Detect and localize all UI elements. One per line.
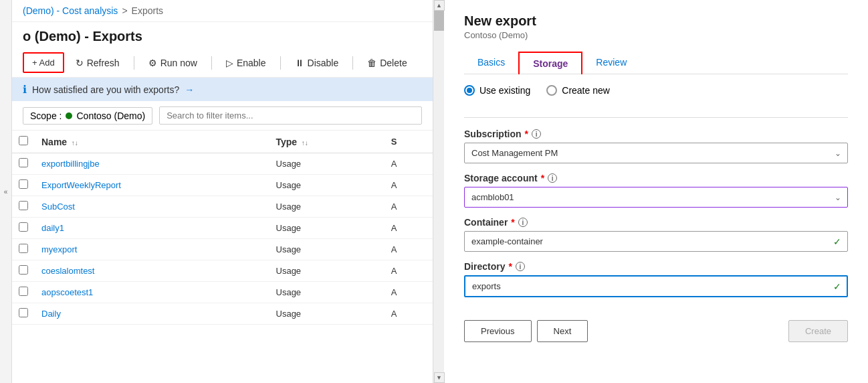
row-status: A <box>385 282 433 303</box>
tabs: Basics Storage Review <box>464 51 848 74</box>
pause-icon: ⏸ <box>295 58 304 68</box>
tab-basics[interactable]: Basics <box>464 51 518 74</box>
table-row: SubCost Usage A <box>12 196 433 218</box>
row-checkbox-cell[interactable] <box>12 218 35 239</box>
row-name[interactable]: Daily <box>35 303 269 325</box>
add-button[interactable]: + Add <box>23 52 64 73</box>
exports-table: Name ↑↓ Type ↑↓ S exportbillingjbe Usage <box>12 131 433 325</box>
delete-label: Delete <box>380 58 407 68</box>
row-name[interactable]: coeslalomtest <box>35 260 269 282</box>
row-checkbox-cell[interactable] <box>12 282 35 303</box>
row-checkbox[interactable] <box>19 222 28 232</box>
container-check-icon: ✓ <box>833 236 841 247</box>
create-button[interactable]: Create <box>788 320 848 342</box>
scroll-up-button[interactable]: ▲ <box>434 0 445 11</box>
sidebar-collapse-button[interactable]: « <box>0 0 12 383</box>
use-existing-radio[interactable] <box>464 85 475 96</box>
panel-title: New export <box>464 13 848 29</box>
row-checkbox[interactable] <box>19 287 28 296</box>
scroll-down-button[interactable]: ▼ <box>434 372 445 383</box>
row-checkbox[interactable] <box>19 179 28 189</box>
row-type: Usage <box>269 196 385 218</box>
select-all-header[interactable] <box>12 131 35 153</box>
container-label: Container * i <box>464 217 848 228</box>
status-column-header: S <box>385 131 433 153</box>
row-status: A <box>385 260 433 282</box>
delete-button[interactable]: 🗑 Delete <box>358 53 415 73</box>
subscription-select[interactable]: Cost Management PM <box>464 143 848 163</box>
row-type: Usage <box>269 282 385 303</box>
run-now-button[interactable]: ⚙ Run now <box>140 53 206 73</box>
row-status: A <box>385 303 433 325</box>
storage-account-select[interactable]: acmblob01 <box>464 187 848 208</box>
gear-icon: ⚙ <box>148 58 157 68</box>
search-input[interactable] <box>159 106 422 125</box>
previous-button[interactable]: Previous <box>464 320 532 342</box>
create-new-radio[interactable] <box>546 85 557 96</box>
tab-storage[interactable]: Storage <box>518 52 582 74</box>
run-now-label: Run now <box>160 58 197 68</box>
storage-account-info-icon[interactable]: i <box>548 173 557 183</box>
row-checkbox-cell[interactable] <box>12 153 35 175</box>
row-checkbox-cell[interactable] <box>12 196 35 218</box>
select-all-checkbox[interactable] <box>19 136 28 145</box>
row-name[interactable]: SubCost <box>35 196 269 218</box>
row-status: A <box>385 175 433 196</box>
name-column-header[interactable]: Name ↑↓ <box>35 131 269 153</box>
refresh-button[interactable]: ↻ Refresh <box>67 53 128 73</box>
row-name[interactable]: aopscoetest1 <box>35 282 269 303</box>
container-required-marker: * <box>511 217 514 228</box>
info-banner: ℹ How satisfied are you with exports? → <box>12 78 433 101</box>
disable-button[interactable]: ⏸ Disable <box>286 53 348 73</box>
use-existing-option[interactable]: Use existing <box>464 85 530 96</box>
refresh-label: Refresh <box>87 58 120 68</box>
directory-info-icon[interactable]: i <box>516 262 525 271</box>
enable-button[interactable]: ▷ Enable <box>217 53 275 73</box>
type-column-label: Type <box>276 137 298 147</box>
row-name[interactable]: myexport <box>35 239 269 260</box>
create-new-option[interactable]: Create new <box>546 85 610 96</box>
table-row: myexport Usage A <box>12 239 433 260</box>
next-button[interactable]: Next <box>537 320 588 342</box>
table-body: exportbillingjbe Usage A ExportWeeklyRep… <box>12 153 433 325</box>
scroll-thumb[interactable] <box>434 11 444 31</box>
name-sort-icon: ↑↓ <box>72 139 78 147</box>
row-type: Usage <box>269 175 385 196</box>
subscription-required-marker: * <box>525 129 528 139</box>
scroll-bar[interactable]: ▲ ▼ <box>433 0 444 383</box>
tab-review[interactable]: Review <box>582 51 640 74</box>
row-name[interactable]: ExportWeeklyReport <box>35 175 269 196</box>
row-checkbox[interactable] <box>19 244 28 253</box>
container-input-wrapper: ✓ <box>464 231 848 252</box>
subscription-label: Subscription * i <box>464 129 848 139</box>
row-checkbox[interactable] <box>19 308 28 317</box>
row-name[interactable]: daily1 <box>35 218 269 239</box>
enable-label: Enable <box>237 58 266 68</box>
row-checkbox[interactable] <box>19 265 28 275</box>
row-checkbox-cell[interactable] <box>12 260 35 282</box>
row-type: Usage <box>269 260 385 282</box>
row-checkbox[interactable] <box>19 158 28 167</box>
row-checkbox-cell[interactable] <box>12 239 35 260</box>
container-info-icon[interactable]: i <box>518 218 528 227</box>
form-divider <box>464 117 848 118</box>
row-checkbox-cell[interactable] <box>12 175 35 196</box>
storage-options: Use existing Create new <box>464 85 848 96</box>
row-checkbox[interactable] <box>19 201 28 210</box>
info-banner-text: How satisfied are you with exports? <box>32 84 179 95</box>
row-status: A <box>385 196 433 218</box>
disable-label: Disable <box>308 58 339 68</box>
container-input[interactable] <box>464 231 848 252</box>
page-title: o (Demo) - Exports <box>12 22 433 48</box>
scroll-track[interactable] <box>434 11 444 372</box>
scope-selector[interactable]: Scope : Contoso (Demo) <box>23 107 152 125</box>
container-section: Container * i ✓ <box>464 217 848 252</box>
breadcrumb-link-cost-analysis[interactable]: (Demo) - Cost analysis <box>23 5 118 16</box>
type-column-header[interactable]: Type ↑↓ <box>269 131 385 153</box>
row-checkbox-cell[interactable] <box>12 303 35 325</box>
table-row: exportbillingjbe Usage A <box>12 153 433 175</box>
info-banner-link[interactable]: → <box>185 84 194 95</box>
subscription-info-icon[interactable]: i <box>532 129 541 139</box>
directory-input[interactable] <box>464 275 848 297</box>
row-name[interactable]: exportbillingjbe <box>35 153 269 175</box>
